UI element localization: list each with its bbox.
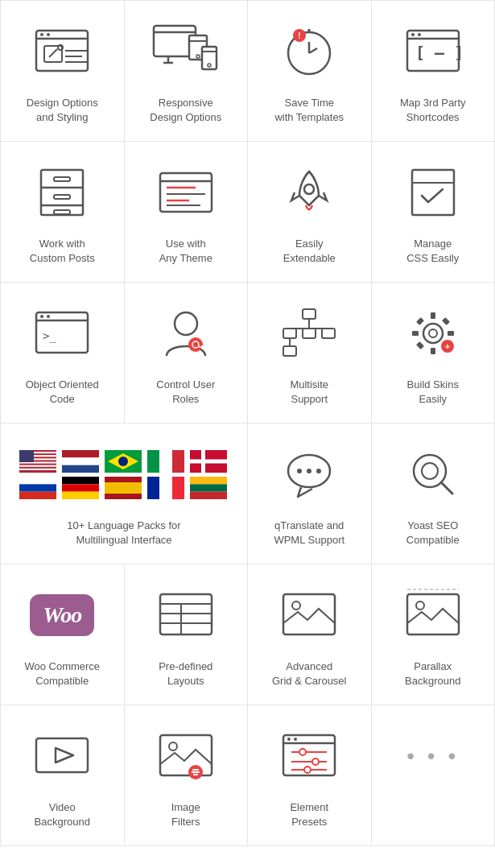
parallax-label: ParallaxBackground — [405, 659, 460, 688]
svg-line-5 — [49, 49, 57, 57]
any-theme-label: Use withAny Theme — [159, 237, 212, 266]
cell-templates: ! Save Timewith Templates — [248, 1, 372, 142]
templates-label: Save Timewith Templates — [274, 96, 344, 125]
svg-point-124 — [292, 601, 300, 610]
cell-custom-posts: Work withCustom Posts — [1, 142, 125, 283]
svg-point-43 — [304, 184, 314, 194]
svg-point-141 — [299, 749, 306, 755]
svg-point-138 — [287, 738, 291, 741]
svg-text:[  —  ]: [ — ] — [415, 43, 464, 62]
svg-rect-125 — [407, 594, 459, 634]
svg-rect-110 — [190, 491, 227, 498]
svg-rect-99 — [62, 477, 99, 484]
svg-point-48 — [40, 315, 43, 318]
svg-point-65 — [429, 329, 437, 337]
svg-point-51 — [175, 312, 197, 335]
cell-shortcodes: [ — ] Map 3rd PartyShortcodes — [372, 1, 496, 142]
svg-point-89 — [118, 457, 128, 466]
grid-carousel-icon — [273, 579, 345, 651]
svg-text:!: ! — [299, 31, 301, 40]
css-label: ManageCSS Easily — [406, 237, 459, 266]
svg-rect-60 — [303, 329, 316, 338]
svg-rect-86 — [62, 465, 99, 472]
presets-label: ElementPresets — [290, 800, 328, 829]
cell-presets: ElementPresets — [248, 705, 372, 846]
grid-carousel-label: AdvancedGrid & Carousel — [272, 659, 346, 688]
svg-rect-35 — [54, 195, 70, 199]
svg-rect-59 — [283, 329, 296, 338]
svg-rect-70 — [416, 317, 424, 325]
woo-logo-text: Woo — [30, 594, 94, 636]
woocommerce-label: Woo CommerceCompatible — [24, 659, 100, 688]
svg-rect-107 — [172, 477, 184, 499]
svg-rect-56 — [303, 309, 316, 319]
extendable-label: EasilyExtendable — [283, 237, 336, 266]
svg-rect-92 — [172, 450, 184, 473]
oop-icon: >_ — [26, 297, 98, 370]
responsive-icon — [150, 15, 222, 88]
svg-rect-95 — [190, 459, 227, 463]
cell-oop: >_ Object OrientedCode — [1, 283, 125, 424]
svg-rect-36 — [54, 210, 70, 214]
cell-video: VideoBackground — [1, 705, 125, 846]
cell-skins: + Build SkinsEasily — [372, 283, 496, 424]
svg-point-64 — [423, 324, 443, 343]
multisite-icon — [273, 297, 345, 370]
cell-more: • • • — [372, 705, 496, 846]
svg-rect-123 — [283, 594, 335, 634]
image-filters-label: ImageFilters — [171, 800, 200, 829]
languages-icon — [19, 438, 229, 510]
cell-css: ManageCSS Easily — [372, 142, 496, 283]
video-icon — [26, 720, 98, 792]
svg-rect-98 — [19, 491, 56, 498]
svg-point-3 — [47, 33, 50, 36]
layouts-label: Pre-definedLayouts — [159, 659, 212, 688]
svg-rect-67 — [431, 348, 435, 354]
svg-rect-91 — [159, 450, 172, 473]
svg-rect-130 — [160, 735, 212, 775]
svg-point-112 — [297, 469, 302, 473]
svg-rect-101 — [62, 491, 99, 498]
svg-text:>_: >_ — [43, 329, 56, 343]
svg-rect-68 — [412, 331, 419, 336]
woocommerce-icon: Woo — [26, 579, 98, 651]
cell-parallax: ParallaxBackground — [372, 564, 496, 705]
svg-rect-69 — [448, 331, 454, 336]
svg-rect-109 — [190, 484, 227, 491]
templates-icon: ! — [273, 15, 345, 88]
cell-multisite: MultisiteSupport — [248, 283, 372, 424]
svg-line-116 — [441, 482, 452, 494]
user-roles-label: Control UserRoles — [156, 378, 215, 407]
svg-rect-105 — [147, 477, 159, 499]
cell-layouts: Pre-definedLayouts — [125, 564, 249, 705]
cell-responsive: ResponsiveDesign Options — [125, 1, 249, 142]
svg-point-28 — [411, 33, 415, 36]
design-options-label: Design Optionsand Styling — [27, 96, 98, 125]
svg-rect-108 — [190, 477, 227, 484]
design-options-icon — [26, 15, 98, 88]
svg-rect-104 — [105, 494, 142, 499]
svg-rect-44 — [412, 170, 454, 215]
cell-grid-carousel: AdvancedGrid & Carousel — [248, 564, 372, 705]
svg-rect-128 — [36, 738, 88, 772]
any-theme-icon — [150, 156, 222, 229]
more-dots: • • • — [406, 743, 459, 769]
svg-point-2 — [40, 33, 43, 36]
responsive-label: ResponsiveDesign Options — [150, 96, 221, 125]
svg-rect-84 — [62, 450, 99, 457]
svg-rect-85 — [62, 457, 99, 465]
more-icon: • • • — [397, 720, 469, 792]
cell-design-options: Design Optionsand Styling — [1, 1, 125, 142]
languages-label: 10+ Language Packs forMultilingual Inter… — [67, 519, 180, 548]
features-grid: Design Optionsand Styling ResponsiveDesi… — [0, 0, 495, 846]
svg-rect-61 — [322, 329, 335, 338]
svg-rect-81 — [19, 465, 56, 466]
shortcodes-icon: [ — ] — [397, 15, 469, 88]
user-roles-icon — [150, 297, 222, 370]
qtranslate-label: qTranslate andWPML Support — [274, 519, 344, 548]
cell-languages: 10+ Language Packs forMultilingual Inter… — [1, 424, 248, 564]
svg-point-6 — [58, 45, 63, 50]
extendable-icon — [273, 156, 345, 229]
svg-point-131 — [169, 742, 177, 750]
cell-yoast: Yoast SEOCompatible — [372, 424, 496, 564]
